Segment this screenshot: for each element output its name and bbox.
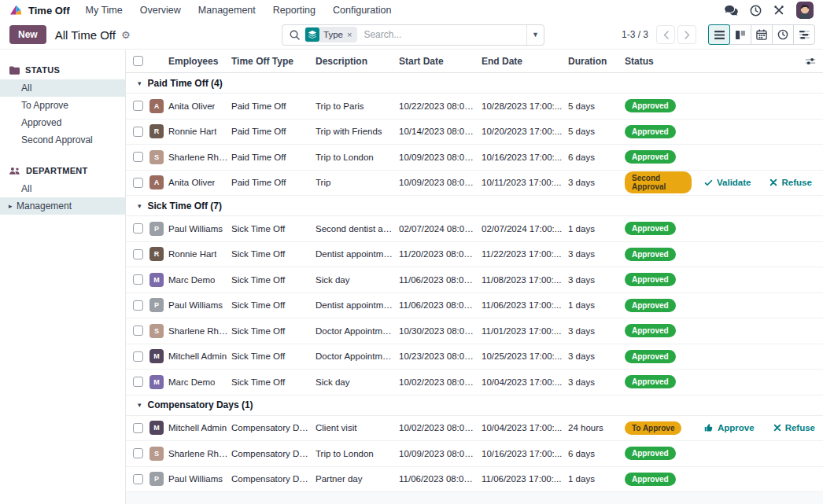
column-header-start-date[interactable]: Start Date bbox=[399, 56, 482, 67]
table-row[interactable]: AAnita OliverPaid Time OffTrip10/09/2023… bbox=[126, 171, 823, 197]
user-avatar[interactable] bbox=[796, 2, 814, 19]
collapse-caret-icon[interactable]: ▾ bbox=[138, 202, 142, 210]
pager-range: 1-3 / 3 bbox=[622, 29, 648, 40]
activity-view-icon bbox=[777, 29, 788, 40]
table-row[interactable]: MMarc DemoSick Time OffSick day10/02/202… bbox=[126, 370, 823, 395]
table-row[interactable]: RRonnie HartSick Time OffDentist appoint… bbox=[126, 242, 823, 268]
pager-next-button[interactable] bbox=[677, 25, 696, 44]
table-row[interactable]: SSharlene RhodesSick Time OffDoctor Appo… bbox=[126, 318, 823, 344]
pager-previous-button[interactable] bbox=[656, 25, 675, 44]
nav-menu-my-time[interactable]: My Time bbox=[86, 5, 123, 16]
group-row-sick-time-off-7[interactable]: ▾Sick Time Off (7) bbox=[126, 196, 823, 216]
duration-cell: 1 days bbox=[568, 300, 625, 310]
nav-menu-management[interactable]: Management bbox=[198, 5, 256, 16]
refuse-button[interactable]: Refuse bbox=[769, 178, 811, 187]
view-switch-gantt-button[interactable] bbox=[793, 24, 815, 45]
duration-cell: 6 days bbox=[568, 153, 625, 162]
sidebar-item-all[interactable]: All bbox=[0, 79, 125, 97]
column-header-status[interactable]: Status bbox=[625, 56, 692, 67]
row-checkbox[interactable] bbox=[133, 223, 143, 234]
expand-caret-icon[interactable]: ▸ bbox=[9, 200, 13, 212]
view-switch-activity-button[interactable] bbox=[772, 24, 794, 45]
activities-icon[interactable] bbox=[750, 5, 762, 17]
search-panel-sidebar: STATUSAllTo ApproveApprovedSecond Approv… bbox=[0, 50, 126, 504]
view-switch-calendar-button[interactable] bbox=[751, 24, 773, 45]
column-header-time-off-type[interactable]: Time Off Type bbox=[231, 56, 316, 67]
row-checkbox[interactable] bbox=[133, 101, 143, 111]
search-input[interactable]: Search... bbox=[364, 29, 526, 40]
search-facet-type[interactable]: Type × bbox=[304, 27, 357, 42]
sidebar-section-title-department: DEPARTMENT bbox=[0, 166, 125, 180]
start-date-cell: 11/20/2023 08:00:... bbox=[399, 249, 482, 259]
row-checkbox[interactable] bbox=[133, 351, 143, 362]
row-checkbox[interactable] bbox=[133, 178, 143, 188]
group-row-paid-time-off-4[interactable]: ▾Paid Time Off (4) bbox=[126, 73, 823, 94]
table-row[interactable]: AAnita OliverPaid Time OffTrip to Paris1… bbox=[126, 94, 823, 120]
table-row[interactable]: PPaul WilliamsSick Time OffDentist appoi… bbox=[126, 293, 823, 319]
end-date-cell: 11/08/2023 17:00:... bbox=[482, 275, 568, 285]
refuse-button[interactable]: Refuse bbox=[773, 423, 815, 432]
table-row[interactable]: SSharlene RhodesPaid Time OffTrip to Lon… bbox=[126, 145, 823, 171]
row-checkbox[interactable] bbox=[133, 377, 143, 387]
row-checkbox[interactable] bbox=[133, 274, 143, 285]
end-date-cell: 10/28/2023 17:00:... bbox=[482, 101, 568, 111]
select-all-checkbox[interactable] bbox=[133, 56, 143, 66]
column-header-description[interactable]: Description bbox=[316, 56, 399, 67]
sidebar-item-management[interactable]: ▸Management bbox=[0, 197, 125, 215]
list-view-icon bbox=[714, 30, 725, 40]
new-button[interactable]: New bbox=[9, 25, 46, 44]
duration-cell: 5 days bbox=[568, 127, 625, 136]
row-checkbox[interactable] bbox=[133, 474, 143, 484]
group-label: Sick Time Off (7) bbox=[148, 200, 222, 212]
view-switch-kanban-button[interactable] bbox=[729, 24, 751, 45]
status-badge: Approved bbox=[625, 99, 676, 112]
approve-button[interactable]: Approve bbox=[704, 423, 755, 432]
nav-menu-overview[interactable]: Overview bbox=[140, 5, 181, 16]
facet-remove-icon[interactable]: × bbox=[347, 30, 356, 39]
search-bar[interactable]: Type × Search... ▼ bbox=[282, 24, 544, 46]
column-header-employees[interactable]: Employees bbox=[149, 56, 231, 67]
table-row[interactable]: SSharlene RhodesCompensatory DaysTrip to… bbox=[126, 441, 823, 467]
table-row[interactable]: PPaul WilliamsSick Time OffSecond dentis… bbox=[126, 216, 823, 242]
sidebar-item-second-approval[interactable]: Second Approval bbox=[0, 131, 125, 149]
table-row[interactable]: MMitchell AdminSick Time OffDoctor Appoi… bbox=[126, 344, 823, 370]
row-checkbox[interactable] bbox=[133, 152, 143, 162]
sidebar-item-all[interactable]: All bbox=[0, 180, 125, 197]
table-row[interactable]: RRonnie HartPaid Time OffTrip with Frien… bbox=[126, 120, 823, 145]
app-switcher[interactable]: Time Off bbox=[9, 5, 70, 17]
row-checkbox[interactable] bbox=[133, 326, 143, 336]
sidebar-item-to-approve[interactable]: To Approve bbox=[0, 97, 125, 114]
actions-gear-icon[interactable]: ⚙ bbox=[121, 29, 131, 41]
end-date-cell: 10/04/2023 17:00:... bbox=[482, 377, 568, 387]
table-row[interactable]: MMarc DemoSick Time OffSick day11/06/202… bbox=[126, 267, 823, 293]
group-row-compensatory-days-1[interactable]: ▾Compensatory Days (1) bbox=[126, 395, 823, 416]
employee-cell: AAnita Oliver bbox=[149, 175, 231, 189]
column-header-duration[interactable]: Duration bbox=[568, 56, 625, 67]
employee-cell: MMitchell Admin bbox=[149, 349, 231, 363]
row-checkbox[interactable] bbox=[133, 448, 143, 458]
status-badge: Approved bbox=[625, 222, 676, 235]
search-dropdown-toggle[interactable]: ▼ bbox=[526, 25, 544, 45]
nav-menu-reporting[interactable]: Reporting bbox=[273, 5, 316, 16]
nav-menu-configuration[interactable]: Configuration bbox=[333, 5, 391, 16]
column-header-end-date[interactable]: End Date bbox=[482, 56, 568, 67]
table-row[interactable]: PPaul WilliamsCompensatory DaysPartner d… bbox=[126, 467, 823, 493]
status-badge: To Approve bbox=[625, 421, 681, 435]
optional-columns-toggle[interactable] bbox=[692, 57, 823, 66]
collapse-caret-icon[interactable]: ▾ bbox=[138, 401, 142, 409]
row-checkbox[interactable] bbox=[133, 300, 143, 311]
view-switch-list-button[interactable] bbox=[708, 24, 730, 45]
collapse-caret-icon[interactable]: ▾ bbox=[138, 79, 142, 87]
validate-button[interactable]: Validate bbox=[704, 178, 751, 187]
tools-icon[interactable] bbox=[773, 5, 784, 16]
row-checkbox[interactable] bbox=[133, 249, 143, 259]
table-row[interactable]: MMitchell AdminCompensatory DaysClient v… bbox=[126, 416, 823, 442]
description-cell: Doctor Appointment bbox=[316, 351, 399, 361]
row-checkbox[interactable] bbox=[133, 423, 143, 433]
sidebar-item-label: All bbox=[21, 183, 31, 194]
calendar-view-icon bbox=[756, 29, 767, 40]
messages-icon[interactable] bbox=[725, 6, 738, 16]
status-cell: Approved bbox=[625, 248, 692, 261]
sidebar-item-approved[interactable]: Approved bbox=[0, 114, 125, 131]
row-checkbox[interactable] bbox=[133, 127, 143, 137]
